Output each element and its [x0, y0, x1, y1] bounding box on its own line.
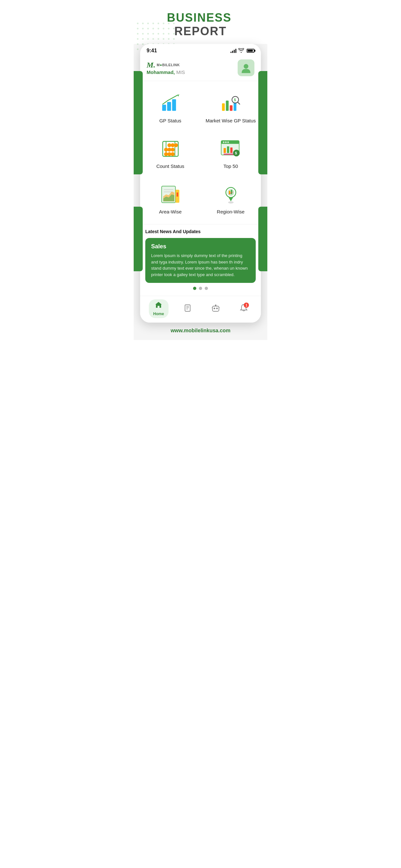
- region-wise-icon: [218, 183, 244, 206]
- app-header: M. M●BILELINK Mohammad, MIS: [140, 56, 261, 81]
- menu-label-area-wise: Area-Wise: [159, 209, 181, 214]
- menu-grid: GP Status $: [140, 81, 261, 224]
- top50-icon: $: [218, 137, 244, 160]
- menu-item-gp-status[interactable]: GP Status: [140, 84, 201, 130]
- green-right-strip: [258, 71, 267, 175]
- status-time: 9:41: [147, 48, 157, 54]
- nav-item-reports[interactable]: [179, 302, 196, 315]
- green-bottom-left: [134, 207, 143, 271]
- svg-point-19: [167, 148, 171, 152]
- svg-rect-45: [231, 190, 232, 194]
- dots-indicator: [145, 287, 256, 290]
- user-name: Mohammad, MIS: [147, 69, 185, 75]
- page-wrapper: BUSINESS REPORT 9:41: [134, 0, 267, 340]
- nav-item-home[interactable]: Home: [149, 299, 168, 318]
- svg-rect-58: [215, 305, 216, 306]
- svg-point-49: [228, 201, 234, 204]
- phone-frame: 9:41: [140, 44, 261, 322]
- svg-marker-4: [178, 94, 179, 97]
- svg-point-28: [227, 142, 228, 143]
- page-footer: www.mobilelinkusa.com: [134, 322, 267, 340]
- nav-item-notifications[interactable]: 1: [235, 302, 252, 315]
- dot-2: [199, 287, 202, 290]
- notification-badge: 1: [240, 304, 248, 314]
- status-icons: [230, 48, 254, 54]
- battery-icon: [247, 49, 254, 53]
- svg-point-17: [174, 144, 178, 147]
- svg-rect-7: [229, 105, 233, 111]
- news-card: Sales Lorem Ipsum is simply dummy text o…: [145, 238, 256, 283]
- svg-point-57: [216, 308, 218, 309]
- svg-rect-29: [223, 148, 226, 153]
- menu-item-area-wise[interactable]: Area-Wise: [140, 175, 201, 221]
- svg-rect-32: [223, 154, 235, 155]
- svg-point-56: [214, 308, 215, 309]
- menu-item-region-wise[interactable]: Region-Wise: [201, 175, 261, 221]
- area-wise-icon: [158, 183, 183, 206]
- footer-url: www.mobilelinkusa.com: [171, 328, 230, 333]
- svg-rect-41: [176, 192, 178, 197]
- svg-point-21: [164, 152, 168, 156]
- svg-rect-51: [185, 305, 190, 311]
- menu-label-region-wise: Region-Wise: [217, 209, 245, 214]
- svg-point-27: [225, 142, 227, 143]
- home-icon: [155, 301, 162, 310]
- svg-rect-31: [230, 148, 233, 153]
- reports-icon: [184, 304, 191, 313]
- svg-text:$: $: [235, 151, 237, 155]
- avatar[interactable]: [238, 59, 254, 76]
- svg-point-23: [171, 152, 174, 156]
- logo-area: M. M●BILELINK Mohammad, MIS: [147, 61, 185, 75]
- svg-point-15: [167, 144, 171, 147]
- wifi-icon: [238, 48, 244, 54]
- menu-item-top50[interactable]: $ Top 50: [201, 130, 261, 175]
- svg-rect-3: [172, 99, 176, 111]
- bot-icon: [211, 304, 220, 313]
- svg-marker-50: [155, 302, 162, 308]
- bg-title-section: BUSINESS REPORT: [134, 0, 267, 44]
- svg-text:$: $: [234, 98, 236, 102]
- menu-item-count-status[interactable]: Count Status: [140, 130, 201, 175]
- signal-bars-icon: [230, 49, 236, 53]
- dot-3: [205, 287, 208, 290]
- svg-point-20: [171, 148, 174, 152]
- logo-text: M●BILELINK: [157, 63, 180, 67]
- green-bottom-right: [258, 207, 267, 271]
- svg-point-26: [223, 142, 224, 143]
- green-left-strip: [134, 71, 143, 175]
- menu-label-market-wise: Market Wise GP Status: [206, 118, 256, 123]
- news-card-title: Sales: [151, 243, 250, 250]
- svg-marker-48: [228, 197, 233, 201]
- status-bar: 9:41: [140, 44, 261, 56]
- svg-point-18: [164, 148, 168, 152]
- svg-rect-2: [167, 102, 171, 111]
- menu-label-top50: Top 50: [223, 163, 238, 169]
- svg-rect-1: [162, 104, 166, 111]
- svg-rect-6: [226, 100, 228, 111]
- notification-count: 1: [244, 303, 249, 308]
- news-section: Latest News And Updates Sales Lorem Ipsu…: [140, 224, 261, 296]
- svg-rect-5: [222, 103, 225, 111]
- news-section-title: Latest News And Updates: [145, 229, 256, 234]
- menu-label-gp-status: GP Status: [159, 118, 181, 123]
- dot-1: [193, 287, 196, 290]
- svg-line-10: [238, 102, 240, 104]
- market-wise-icon: $: [218, 92, 244, 115]
- svg-point-22: [167, 152, 171, 156]
- svg-rect-30: [227, 146, 229, 153]
- logo-image: M. M●BILELINK: [147, 61, 185, 69]
- menu-label-count-status: Count Status: [156, 163, 184, 169]
- svg-point-0: [244, 64, 248, 68]
- bottom-nav: Home: [140, 296, 261, 322]
- count-status-icon: [158, 137, 183, 160]
- svg-point-16: [171, 144, 174, 147]
- nav-item-bot[interactable]: [207, 302, 225, 315]
- svg-rect-55: [212, 306, 219, 311]
- bell-icon: [240, 308, 248, 313]
- news-card-text: Lorem Ipsum is simply dummy text of the …: [151, 252, 250, 278]
- home-label: Home: [153, 312, 164, 316]
- menu-item-market-wise[interactable]: $ Market Wise GP Status: [201, 84, 261, 130]
- gp-status-icon: [158, 92, 183, 115]
